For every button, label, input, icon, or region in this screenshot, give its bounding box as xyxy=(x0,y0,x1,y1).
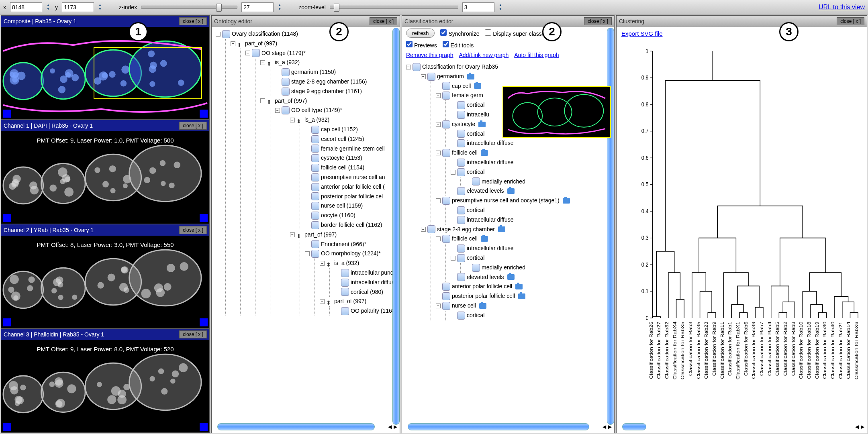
resize-handle-icon[interactable] xyxy=(200,214,208,222)
expand-toggle-icon[interactable]: − xyxy=(421,227,426,232)
close-button[interactable]: close [ x ] xyxy=(179,17,207,25)
tree-node-label[interactable]: follicle cell (1154) xyxy=(321,163,364,173)
tree-node-label[interactable]: cortical xyxy=(467,100,484,110)
expand-toggle-icon[interactable]: − xyxy=(290,118,295,122)
tree-node-label[interactable]: posterior polar follicle cell xyxy=(452,291,515,301)
tree-node-label[interactable]: Enrichment (966)* xyxy=(321,240,366,249)
tree-node-label[interactable]: stage 9 egg chamber (1161) xyxy=(291,87,362,96)
resize-handle-icon[interactable] xyxy=(200,110,208,118)
y-spinner[interactable]: ▲▼ xyxy=(97,3,103,11)
camera-icon[interactable] xyxy=(498,226,505,232)
ontology-tree[interactable]: −Ovary classification (1148)−⬍part_of (9… xyxy=(212,27,400,422)
scroll-left-icon[interactable]: ◀ xyxy=(854,424,860,430)
remove-graph-link[interactable]: Remove this graph xyxy=(406,52,453,58)
tree-node-label[interactable]: nurse cell (1159) xyxy=(321,201,363,211)
close-button[interactable]: close [ x ] xyxy=(179,122,207,130)
tree-node-label[interactable]: oocyte (1160) xyxy=(321,211,355,220)
tree-node-label[interactable]: intracellular diffus xyxy=(351,278,394,287)
url-to-view-link[interactable]: URL to this view xyxy=(819,4,865,11)
camera-icon[interactable] xyxy=(474,83,481,89)
add-graph-link[interactable]: Add/Link new graph xyxy=(459,52,509,58)
tree-node-label[interactable]: cortical xyxy=(467,129,484,139)
scroll-left-icon[interactable]: ◀ xyxy=(387,424,392,430)
tree-node-label[interactable]: cortical xyxy=(467,253,484,263)
camera-icon[interactable] xyxy=(478,122,486,127)
tree-node-label[interactable]: intracellular diffuse xyxy=(467,244,513,253)
close-button[interactable]: close [ x ] xyxy=(370,17,397,25)
tree-node-label[interactable]: intracellular diffuse xyxy=(467,215,513,225)
expand-toggle-icon[interactable]: − xyxy=(216,32,221,37)
tree-node-label[interactable]: female germ xyxy=(452,91,483,100)
expand-toggle-icon[interactable]: − xyxy=(406,65,411,69)
tree-node-label[interactable]: Ovary classification (1148) xyxy=(232,29,298,39)
tree-node-label[interactable]: anterior polar follicle cell xyxy=(452,282,512,291)
camera-icon[interactable] xyxy=(479,303,486,309)
roi-rectangle[interactable] xyxy=(94,47,202,99)
horizontal-scrollbar[interactable] xyxy=(408,423,589,430)
previews-checkbox[interactable]: Previews xyxy=(406,41,437,49)
tree-node-label[interactable]: intracellular diffuse xyxy=(467,158,513,167)
tree-node-label[interactable]: posterior polar follicle cel xyxy=(321,192,383,202)
horizontal-scrollbar[interactable] xyxy=(622,423,646,430)
tree-node-label[interactable]: cortical xyxy=(467,311,484,320)
tree-node-label[interactable]: follicle cell xyxy=(452,234,478,244)
expand-toggle-icon[interactable]: − xyxy=(436,236,441,241)
expand-toggle-icon[interactable]: − xyxy=(231,41,235,46)
tree-node-label[interactable]: cystocyte (1153) xyxy=(321,153,362,163)
y-input[interactable] xyxy=(62,2,94,12)
resize-handle-icon[interactable] xyxy=(200,318,208,326)
tree-node-label[interactable]: female germline stem cell xyxy=(321,144,385,154)
x-input[interactable] xyxy=(10,2,42,12)
expand-toggle-icon[interactable]: − xyxy=(451,256,455,261)
expand-toggle-icon[interactable]: − xyxy=(305,251,310,256)
zoom-input[interactable] xyxy=(462,2,494,12)
zindex-spinner[interactable]: ▲▼ xyxy=(277,3,282,11)
zoom-slider[interactable] xyxy=(330,6,458,9)
tree-node-label[interactable]: germarium (1150) xyxy=(291,67,336,77)
tree-node-label[interactable]: OO polarity (1163 xyxy=(351,306,395,316)
expand-toggle-icon[interactable]: − xyxy=(290,232,295,237)
fullscreen-icon[interactable] xyxy=(3,214,11,222)
camera-icon[interactable] xyxy=(563,198,570,204)
export-svg-link[interactable]: Export SVG file xyxy=(617,27,867,40)
expand-toggle-icon[interactable]: − xyxy=(245,51,250,55)
expand-toggle-icon[interactable]: − xyxy=(436,93,441,98)
scroll-right-icon[interactable]: ▶ xyxy=(607,424,613,430)
tree-node-label[interactable]: medially enriched xyxy=(482,263,525,273)
expand-toggle-icon[interactable]: − xyxy=(421,74,426,79)
tree-node-label[interactable]: intracellular punct xyxy=(351,268,395,278)
expand-toggle-icon[interactable]: − xyxy=(436,304,441,308)
fullscreen-icon[interactable] xyxy=(3,423,11,431)
edit-tools-checkbox[interactable]: Edit tools xyxy=(443,41,474,49)
close-button[interactable]: close [ x ] xyxy=(179,330,207,338)
camera-icon[interactable] xyxy=(481,150,488,156)
tree-node-label[interactable]: Classification for Ovary Rab35 xyxy=(422,62,498,72)
camera-icon[interactable] xyxy=(467,74,474,79)
camera-icon[interactable] xyxy=(507,188,515,194)
camera-icon[interactable] xyxy=(515,284,523,289)
display-super-checkbox[interactable]: Display super-classes xyxy=(485,29,547,37)
tree-node-label[interactable]: border follicle cell (1162) xyxy=(321,220,382,230)
zindex-slider[interactable] xyxy=(141,6,237,9)
tree-node-label[interactable]: nurse cell xyxy=(452,301,476,311)
fullscreen-icon[interactable] xyxy=(3,110,11,118)
vertical-scrollbar[interactable] xyxy=(392,28,400,425)
camera-icon[interactable] xyxy=(507,274,515,280)
expand-toggle-icon[interactable]: − xyxy=(260,60,265,65)
tree-node-label[interactable]: OO morphology (1224)* xyxy=(321,249,381,259)
close-button[interactable]: close [ x ] xyxy=(584,17,612,25)
tree-node-label[interactable]: medially enriched xyxy=(482,177,525,187)
expand-toggle-icon[interactable]: − xyxy=(260,98,265,103)
tree-node-label[interactable]: cortical (980) xyxy=(351,287,383,297)
tree-node-label[interactable]: intracellular diffuse xyxy=(467,139,513,148)
tree-node-label[interactable]: elevated levels xyxy=(467,273,504,282)
stack-viewport[interactable]: PMT Offset: 9, Laser Power: 1.0, PMT Vol… xyxy=(1,131,209,224)
synchronize-checkbox[interactable]: Synchronize xyxy=(440,29,479,37)
x-spinner[interactable]: ▲▼ xyxy=(45,3,51,11)
scroll-right-icon[interactable]: ▶ xyxy=(860,424,865,430)
expand-toggle-icon[interactable]: − xyxy=(436,198,441,203)
zindex-input[interactable] xyxy=(241,2,274,12)
tree-node-label[interactable]: cap cell (1152) xyxy=(321,125,358,134)
expand-toggle-icon[interactable]: − xyxy=(275,108,280,113)
close-button[interactable]: close [ x ] xyxy=(179,226,207,234)
